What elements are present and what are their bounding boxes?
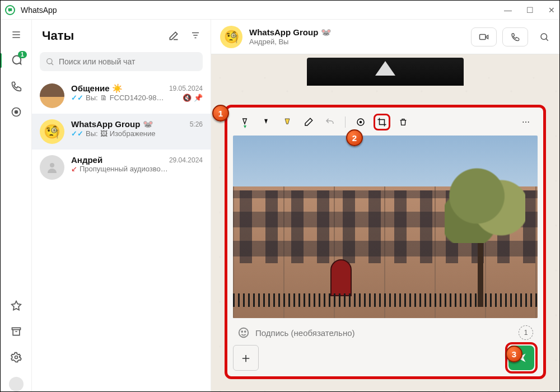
pinned-icon: 📌: [194, 94, 203, 102]
chats-sidebar: Чаты Общение ☀️ 19.05.2024: [32, 20, 211, 391]
read-ticks-icon: ✓✓: [71, 94, 83, 102]
undo-button[interactable]: [321, 114, 338, 130]
more-options-button[interactable]: ⋯: [517, 114, 534, 130]
chat-name: Общение: [71, 83, 110, 93]
nav-rail: 1: [1, 20, 32, 391]
pen-green-tool[interactable]: ▾: [236, 114, 253, 130]
voice-call-button[interactable]: [502, 27, 528, 46]
conversation-header: 🧐 WhatsApp Group 🐭 Андрей, Вы: [211, 20, 559, 54]
caption-input[interactable]: [255, 328, 513, 338]
chats-nav-icon[interactable]: 1: [10, 54, 22, 67]
chat-date: 5:26: [190, 120, 203, 128]
search-icon: [45, 57, 54, 66]
chat-preview: Изображение: [110, 129, 156, 138]
window-minimize-button[interactable]: —: [504, 6, 512, 15]
search-in-chat-icon[interactable]: [538, 31, 550, 43]
conversation-subtitle: Андрей, Вы: [249, 38, 332, 46]
svg-point-7: [541, 34, 547, 40]
svg-point-3: [15, 356, 17, 359]
editor-toolbar: ▾ ⋯: [233, 112, 538, 132]
muted-icon: 🔇: [183, 94, 192, 102]
eraser-tool[interactable]: [300, 114, 317, 130]
calls-nav-icon[interactable]: [10, 80, 22, 92]
chat-item[interactable]: Андрей 29.04.2024 ↙ Пропущенный аудиозво…: [32, 150, 211, 185]
annotation-callout-1: 1: [212, 105, 229, 122]
read-ticks-icon: ✓✓: [71, 129, 83, 138]
emoji-picker-icon[interactable]: [237, 326, 250, 339]
svg-rect-6: [480, 34, 486, 39]
delete-button[interactable]: [395, 114, 412, 130]
chat-avatar: [40, 83, 64, 108]
svg-point-4: [47, 59, 52, 64]
search-input-container[interactable]: [40, 52, 203, 71]
crop-tool[interactable]: [374, 114, 390, 130]
add-media-button[interactable]: ＋: [233, 345, 259, 371]
whatsapp-logo-icon: [5, 5, 15, 15]
video-call-button[interactable]: [471, 27, 497, 46]
document-icon: 🗎: [100, 94, 108, 102]
chat-preview: Пропущенный аудиозво…: [80, 165, 168, 173]
svg-point-11: [241, 331, 242, 332]
svg-point-5: [50, 163, 54, 167]
chat-name: Андрей: [71, 155, 102, 165]
window-close-button[interactable]: ✕: [548, 6, 555, 15]
app-title: WhatsApp: [21, 6, 57, 15]
archive-nav-icon[interactable]: [10, 325, 22, 338]
menu-icon[interactable]: [10, 29, 22, 41]
highlighter-tool[interactable]: [279, 114, 296, 130]
chat-date: 29.04.2024: [169, 156, 203, 164]
previous-message-image-peek: [307, 58, 464, 86]
view-once-toggle[interactable]: 1: [519, 325, 533, 340]
unread-badge: 1: [18, 51, 27, 58]
chat-item[interactable]: Общение ☀️ 19.05.2024 ✓✓ Вы: 🗎 FCCD1420-…: [32, 78, 211, 114]
conversation-avatar[interactable]: 🧐: [220, 26, 242, 48]
chat-item[interactable]: 🧐 WhatsApp Group 🐭 5:26 ✓✓ Вы: 🖼 Изображ…: [32, 114, 211, 150]
chat-preview: FCCD1420-98…: [110, 94, 164, 102]
conversation-title: WhatsApp Group: [249, 27, 318, 37]
annotation-callout-3: 3: [506, 346, 522, 362]
missed-call-icon: ↙: [71, 165, 77, 173]
profile-avatar[interactable]: [9, 377, 24, 391]
blur-tool[interactable]: [352, 114, 369, 130]
search-input[interactable]: [59, 57, 197, 66]
svg-point-1: [15, 111, 17, 114]
starred-nav-icon[interactable]: [10, 300, 22, 312]
chat-avatar: [40, 155, 64, 180]
svg-point-9: [360, 122, 362, 123]
new-chat-icon[interactable]: [168, 30, 179, 41]
pen-black-tool[interactable]: [258, 114, 274, 130]
svg-point-10: [239, 328, 249, 338]
chat-date: 19.05.2024: [169, 85, 203, 92]
chat-name: WhatsApp Group: [71, 119, 140, 129]
settings-nav-icon[interactable]: [10, 351, 22, 363]
sidebar-title: Чаты: [42, 29, 74, 43]
chat-list: Общение ☀️ 19.05.2024 ✓✓ Вы: 🗎 FCCD1420-…: [32, 78, 211, 391]
caption-row: 1: [233, 321, 538, 344]
svg-rect-2: [12, 328, 20, 329]
window-maximize-button[interactable]: ☐: [526, 6, 534, 15]
media-editor-panel: ▾ ⋯ 1 ＋: [225, 105, 546, 379]
chat-avatar: 🧐: [40, 119, 64, 144]
annotation-callout-2: 2: [346, 129, 363, 146]
image-preview[interactable]: [233, 136, 538, 318]
window-titlebar: WhatsApp — ☐ ✕: [1, 1, 559, 20]
svg-point-12: [245, 331, 246, 332]
filter-icon[interactable]: [190, 30, 200, 41]
image-icon: 🖼: [100, 129, 108, 138]
status-nav-icon[interactable]: [10, 106, 22, 118]
